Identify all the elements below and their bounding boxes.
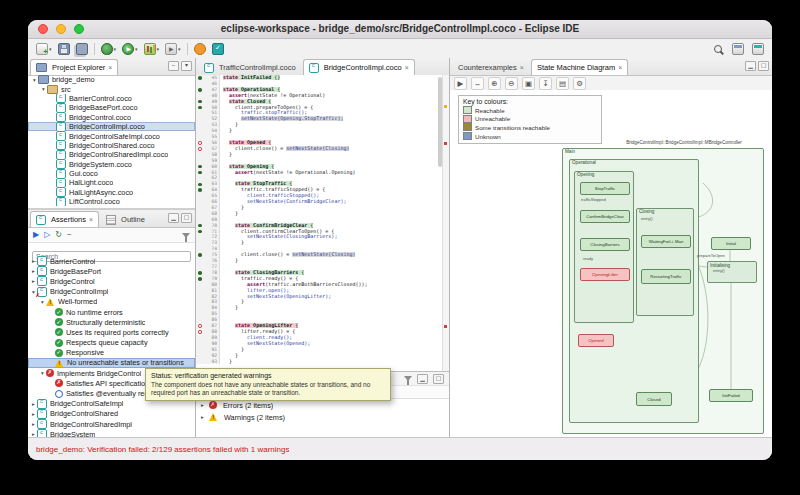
maximize-view-icon[interactable]: ▢ xyxy=(433,374,444,384)
state-initialising[interactable]: Initialising entry() xyxy=(707,261,757,283)
open-perspective-icon[interactable] xyxy=(730,42,746,56)
state-closing[interactable]: Closing entry() WaitingForLi..Man Restar… xyxy=(636,208,694,316)
expander-icon[interactable]: ▾ xyxy=(40,86,47,92)
view-menu-icon[interactable]: ▾ xyxy=(181,61,192,71)
coverage-icon[interactable]: ▾ xyxy=(142,42,162,56)
zoom-out-icon[interactable]: ⊖ xyxy=(505,77,518,90)
close-icon[interactable]: × xyxy=(108,64,112,71)
warning-mark[interactable] xyxy=(444,105,447,108)
assertion-item[interactable]: ▸BridgeControl xyxy=(28,276,195,286)
collapse-all-icon[interactable]: − xyxy=(168,61,179,71)
state-confirmbridgeclear[interactable]: ConfirmBridgeClear xyxy=(580,210,630,223)
refresh-icon[interactable]: ↻ xyxy=(55,231,62,239)
error-mark[interactable] xyxy=(444,325,447,328)
assertion-item[interactable]: ▸BridgeControlSharedImpl xyxy=(28,419,195,429)
search-icon[interactable] xyxy=(710,42,726,56)
assertion-item[interactable]: ▸BridgeBasePort xyxy=(28,266,195,276)
state-restartingtraffic[interactable]: RestartingTraffic xyxy=(641,269,691,284)
cursor-icon[interactable]: ▶ xyxy=(454,77,467,90)
collapse-all-icon[interactable]: − xyxy=(67,231,72,239)
state-initfailed[interactable]: InitFailed xyxy=(709,389,753,402)
diagram-canvas[interactable]: Key to colours: ReachableUnreachableSome… xyxy=(450,90,772,438)
minimize-view-icon[interactable]: ▁ xyxy=(168,213,179,223)
tab-project-explorer[interactable]: Project Explorer × xyxy=(30,59,118,75)
coco-perspective-icon[interactable] xyxy=(750,42,766,56)
expander-icon[interactable]: ▸ xyxy=(30,401,37,407)
state-opening[interactable]: Opening StopTraffic trafficStopped Confi… xyxy=(574,171,634,323)
coco-generate-icon[interactable] xyxy=(192,42,208,56)
assertion-item[interactable]: Respects queue capacity xyxy=(28,338,195,348)
assertion-item[interactable]: Responsive xyxy=(28,348,195,358)
file-item[interactable]: BridgeBasePort.coco xyxy=(28,103,195,112)
save-all-icon[interactable] xyxy=(74,42,90,56)
assertions-tree[interactable]: ▸BarrierControl▸BridgeBasePort▸BridgeCon… xyxy=(28,256,195,438)
state-operational[interactable]: Operational Opening StopTraffic trafficS… xyxy=(569,159,699,423)
close-icon[interactable]: × xyxy=(618,64,622,71)
close-icon[interactable]: × xyxy=(520,64,524,71)
tab-assertions[interactable]: Assertions × xyxy=(30,211,99,227)
error-mark[interactable] xyxy=(444,142,447,145)
editor-scrollbar[interactable] xyxy=(438,77,442,167)
assertion-item[interactable]: Structurally deterministic xyxy=(28,317,195,327)
assertion-item[interactable]: ▸BridgeControlShared xyxy=(28,409,195,419)
project-tree[interactable]: ▾bridge_demo▾srcBarrierControl.cocoBridg… xyxy=(28,75,195,208)
overview-ruler[interactable] xyxy=(442,75,449,371)
minimize-view-icon[interactable]: ▁ xyxy=(417,374,428,384)
zoom-window-button[interactable] xyxy=(74,24,84,34)
expander-icon[interactable]: ▸ xyxy=(30,258,37,264)
expander-icon[interactable]: ▾ xyxy=(39,299,46,305)
save-icon[interactable] xyxy=(56,42,72,56)
expander-icon[interactable]: ▸ xyxy=(30,411,37,417)
assertion-item[interactable]: No unreachable states or transitions xyxy=(28,358,195,368)
project-root[interactable]: ▾bridge_demo xyxy=(28,75,195,84)
export-icon[interactable]: ↧ xyxy=(539,77,552,90)
maximize-view-icon[interactable]: ▢ xyxy=(181,213,192,223)
assertion-item[interactable]: No runtime errors xyxy=(28,307,195,317)
state-closingbarriers[interactable]: ClosingBarriers xyxy=(580,238,630,251)
file-item[interactable]: HalLightAsync.coco xyxy=(28,188,195,197)
warnings-row[interactable]: ▸ Warnings (2 items) xyxy=(196,411,449,423)
titlebar[interactable]: eclipse-workspace - bridge_demo/src/Brid… xyxy=(28,20,772,39)
tab-outline[interactable]: Outline xyxy=(100,211,151,227)
coco-verify-icon[interactable] xyxy=(210,42,226,56)
state-openinglifter[interactable]: OpeningLifter xyxy=(580,268,630,281)
expander-icon[interactable]: ▸ xyxy=(30,268,37,274)
minimize-view-icon[interactable]: ▁ xyxy=(745,61,756,71)
assertion-item[interactable]: ▾BridgeControlImpl xyxy=(28,287,195,297)
state-closed[interactable]: Closed xyxy=(636,392,672,406)
zoom-fit-icon[interactable]: ▣ xyxy=(522,77,535,90)
assertion-item[interactable]: ▸BarrierControl xyxy=(28,256,195,266)
file-item[interactable]: BridgeSystem.coco xyxy=(28,160,195,169)
zoom-in-icon[interactable]: ⊕ xyxy=(488,77,501,90)
file-item[interactable]: BridgeControlShared.coco xyxy=(28,141,195,150)
pan-icon[interactable]: ↔ xyxy=(471,77,484,90)
expander-icon[interactable]: ▸ xyxy=(30,421,37,427)
expander-icon[interactable]: ▸ xyxy=(30,278,37,284)
file-item[interactable]: LiftControl.coco xyxy=(28,197,195,206)
debug-icon[interactable]: ▾ xyxy=(99,42,119,56)
close-window-button[interactable] xyxy=(38,24,48,34)
file-item[interactable]: BridgeControlImpl.coco xyxy=(28,122,195,131)
close-icon[interactable]: × xyxy=(405,64,409,71)
expander-icon[interactable]: ▸ xyxy=(199,414,206,420)
expander-icon[interactable]: ▾ xyxy=(31,77,38,83)
filter-icon[interactable] xyxy=(404,376,412,381)
filter-icon[interactable] xyxy=(182,233,190,238)
new-wizard-icon[interactable]: ▾ xyxy=(34,42,54,56)
file-item[interactable]: BridgeControlSharedImpl.coco xyxy=(28,150,195,159)
tab-trafficcontrolimpl[interactable]: TrafficControlImpl.coco xyxy=(198,59,302,75)
file-item[interactable]: HalLight.coco xyxy=(28,178,195,187)
minimize-window-button[interactable] xyxy=(56,24,66,34)
settings-icon[interactable]: ⚙ xyxy=(573,77,586,90)
expander-icon[interactable]: ▾ xyxy=(39,370,46,376)
state-initial[interactable]: Initial xyxy=(711,237,751,250)
run-all-icon[interactable]: ▶ xyxy=(33,231,39,239)
close-icon[interactable]: × xyxy=(89,216,93,223)
file-item[interactable]: BridgeControlSafeImpl.coco xyxy=(28,131,195,140)
code-editor[interactable]: 45state InitFailed {}4647state Operation… xyxy=(196,75,449,371)
run-selected-icon[interactable]: ▷ xyxy=(44,231,50,239)
maximize-view-icon[interactable]: ▢ xyxy=(758,61,769,71)
assertion-item[interactable]: ▾Well-formed xyxy=(28,297,195,307)
src-folder[interactable]: ▾src xyxy=(28,84,195,93)
file-item[interactable]: Gui.coco xyxy=(28,169,195,178)
